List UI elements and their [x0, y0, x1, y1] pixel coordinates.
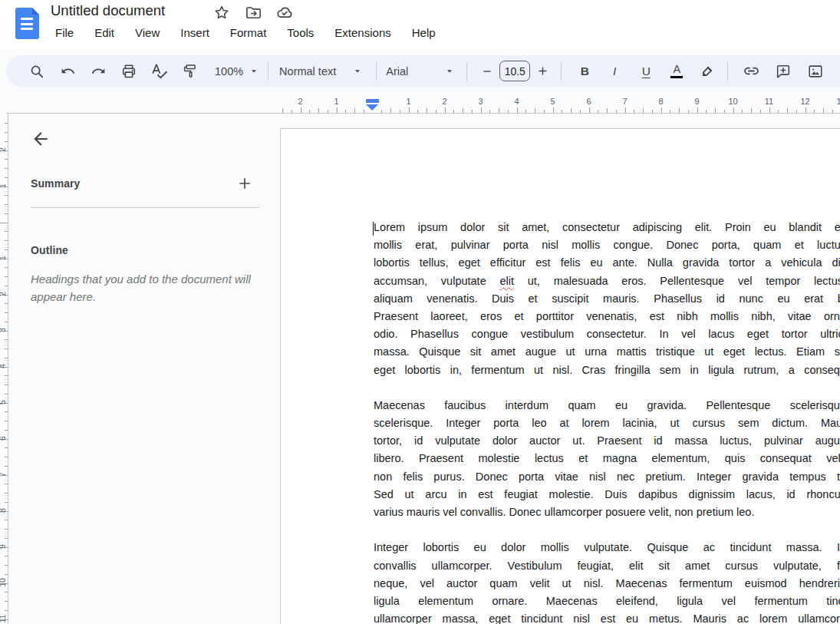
text-line: tortor, id vulputate dolor auctor ut. Pr… — [374, 432, 840, 450]
toolbar: 100% Normal text Arial 10.5 B I U A — [6, 55, 840, 87]
bold-button[interactable]: B — [575, 62, 594, 81]
redo-icon[interactable] — [89, 62, 107, 81]
chevron-down-icon — [443, 65, 456, 78]
close-outline-back-icon[interactable] — [31, 129, 51, 149]
chevron-down-icon — [351, 65, 364, 78]
underline-button[interactable]: U — [637, 62, 655, 81]
horizontal-ruler — [6, 113, 840, 114]
insert-image-icon[interactable] — [806, 62, 825, 81]
zoom-value: 100% — [215, 65, 243, 78]
add-summary-button[interactable] — [235, 173, 255, 193]
menu-view[interactable]: View — [133, 25, 161, 40]
text-line: Lorem ipsum dolor sit amet, consectetur … — [374, 219, 840, 236]
paragraph: Integer lobortis eu dolor mollis vulputa… — [374, 539, 840, 624]
decrease-font-size-button[interactable] — [478, 62, 496, 81]
text-line: odio. Phasellus congue vestibulum consec… — [374, 325, 840, 343]
document-text: Lorem ipsum dolor sit amet, consectetur … — [374, 219, 840, 624]
text-color-button[interactable]: A — [667, 62, 686, 81]
text-line: massa. Quisque sit amet augue ut urna ma… — [374, 343, 840, 361]
undo-icon[interactable] — [58, 62, 77, 81]
text-line: convallis ullamcorper. Vestibulum feugia… — [374, 557, 840, 575]
text-line: Integer lobortis eu dolor mollis vulputa… — [374, 539, 840, 556]
google-docs-logo-icon[interactable] — [15, 8, 39, 39]
text-line: ullamcorper massa, eget tincidunt nisl e… — [374, 610, 840, 624]
document-page[interactable]: Lorem ipsum dolor sit amet, consectetur … — [280, 128, 840, 624]
menu-extensions[interactable]: Extensions — [333, 25, 392, 40]
outline-placeholder: Headings that you add to the document wi… — [31, 270, 261, 305]
text-line: non felis purus. Donec porta vitae nisl … — [374, 468, 840, 486]
menu-help[interactable]: Help — [410, 25, 437, 40]
italic-button[interactable]: I — [606, 62, 624, 81]
summary-label: Summary — [31, 177, 81, 190]
text-line: Praesent laoreet, eros et porttitor vene… — [374, 308, 840, 325]
paragraph: Lorem ipsum dolor sit amet, consectetur … — [374, 219, 840, 379]
text-line: accumsan, vulputate elit ut, malesuada e… — [374, 272, 840, 290]
left-indent-marker[interactable] — [366, 104, 378, 111]
font-family-select[interactable]: Arial — [386, 65, 456, 78]
cloud-saved-icon[interactable] — [275, 3, 294, 21]
insert-link-icon[interactable] — [742, 62, 760, 81]
text-line: aliquam venenatis. Duis et suscipit maur… — [374, 290, 840, 308]
text-line: mollis erat, pulvinar porta nisl mollis … — [374, 236, 840, 254]
menu-edit[interactable]: Edit — [93, 25, 116, 40]
zoom-select[interactable]: 100% — [215, 65, 260, 78]
misspelled-word[interactable]: elit — [499, 275, 514, 287]
menu-format[interactable]: Format — [229, 25, 268, 40]
font-size-input[interactable]: 10.5 — [499, 61, 530, 81]
paragraph: Maecenas faucibus interdum quam eu gravi… — [374, 397, 840, 521]
font-family-value: Arial — [386, 65, 408, 78]
spell-check-icon[interactable] — [150, 62, 169, 81]
text-line: Maecenas faucibus interdum quam eu gravi… — [374, 397, 840, 414]
menu-file[interactable]: File — [54, 25, 75, 40]
text-line: scelerisque. Integer porta leo at lorem … — [374, 414, 840, 432]
menu-bar: FileEditViewInsertFormatToolsExtensionsH… — [54, 25, 437, 40]
menu-tools[interactable]: Tools — [285, 25, 315, 40]
paragraph-style-value: Normal text — [279, 65, 336, 78]
text-line: Sed ut arcu in est feugiat molestie. Dui… — [374, 486, 840, 503]
add-comment-icon[interactable] — [774, 62, 792, 81]
text-line: ligula elementum ornare. Maecenas eleife… — [374, 593, 840, 610]
sidebar-divider — [31, 207, 259, 208]
text-line: eget lobortis in, fermentum ut nisl. Cra… — [374, 362, 840, 379]
highlight-color-icon[interactable] — [698, 62, 716, 81]
outline-label: Outline — [31, 244, 68, 256]
chevron-down-icon — [248, 65, 260, 78]
move-folder-icon[interactable] — [244, 3, 262, 21]
text-line: libero. Praesent molestie lectus et magn… — [374, 450, 840, 467]
document-title[interactable]: Untitled document — [51, 2, 165, 19]
text-line: varius mauris vel convallis. Donec ullam… — [374, 503, 840, 521]
first-line-indent-marker[interactable] — [366, 99, 379, 103]
print-icon[interactable] — [120, 62, 138, 81]
increase-font-size-button[interactable] — [533, 62, 552, 81]
text-line: neque, vel auctor quam velit ut nisl. Ma… — [374, 575, 840, 593]
vertical-ruler — [8, 114, 8, 624]
search-icon[interactable] — [28, 62, 46, 81]
menu-insert[interactable]: Insert — [179, 25, 211, 40]
star-icon[interactable] — [212, 3, 231, 21]
paint-format-icon[interactable] — [181, 62, 199, 81]
top-bar: Untitled document FileEditViewInsertForm… — [0, 0, 840, 49]
text-line: lobortis tellus, eget efficitur est feli… — [374, 254, 840, 272]
paragraph-style-select[interactable]: Normal text — [279, 65, 364, 78]
